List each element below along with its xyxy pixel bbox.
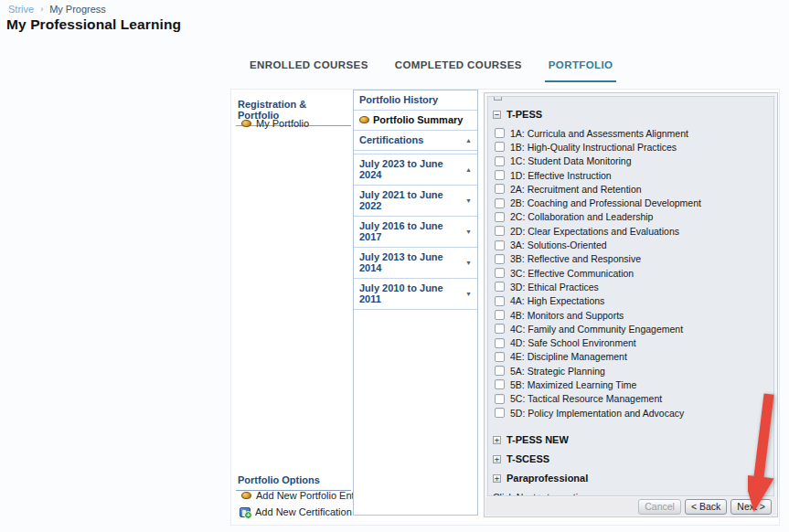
expand-plus-icon[interactable]: + xyxy=(493,455,501,463)
rubric-checkbox-row[interactable]: 5B: Maximized Learning Time xyxy=(493,378,770,391)
rubric-checkbox-row[interactable]: 2C: Collaboration and Leadership xyxy=(493,210,770,224)
rubric-item-label: 2C: Collaboration and Leadership xyxy=(510,211,653,222)
gold-gem-icon xyxy=(241,120,251,127)
checkbox-unchecked[interactable] xyxy=(495,212,505,222)
gold-gem-icon xyxy=(359,116,369,123)
rubric-checkbox-row[interactable]: 4A: High Expectations xyxy=(493,294,770,308)
tree-group-collapsed[interactable]: + T-SCESS xyxy=(493,453,770,464)
rubric-checkbox-row[interactable]: 4C: Family and Community Engagement xyxy=(493,322,770,335)
add-new-certification-item[interactable]: Add New Certification xyxy=(240,506,352,517)
group-label: T-SCESS xyxy=(506,453,549,464)
certification-period-row[interactable]: July 2021 to June 2022 ▼ xyxy=(354,185,477,217)
rubric-checkbox-row[interactable]: 5C: Tactical Resource Management xyxy=(493,392,770,406)
certifications-label: Certifications xyxy=(359,134,423,145)
checkbox-unchecked[interactable] xyxy=(495,254,505,264)
rubric-item-label: 1A: Curricula and Assessments Alignment xyxy=(510,128,688,139)
certification-period-row[interactable]: July 2010 to June 2011 ▼ xyxy=(354,278,477,310)
checkbox-unchecked[interactable] xyxy=(495,338,505,348)
checkbox-unchecked[interactable] xyxy=(495,156,505,166)
tab-enrolled-courses[interactable]: ENROLLED COURSES xyxy=(246,50,372,82)
checkbox-unchecked[interactable] xyxy=(495,184,505,194)
rubric-item-label: 4B: Monitors and Supports xyxy=(510,310,624,321)
expand-arrow-icon[interactable]: ▲ xyxy=(465,166,472,173)
rubric-item-label: 3A: Solutions-Oriented xyxy=(510,239,607,250)
rubric-checkbox-row[interactable]: 4E: Discipline Management xyxy=(493,350,770,364)
collapse-arrow-icon[interactable]: ▲ xyxy=(465,137,472,144)
rubric-checkbox-row[interactable]: 3B: Reflective and Responsive xyxy=(493,252,770,266)
rubric-checkbox-row[interactable]: 4B: Monitors and Supports xyxy=(493,308,770,322)
checkbox-unchecked[interactable] xyxy=(495,268,505,278)
add-new-portfolio-entry-item[interactable]: Add New Portfolio Entry xyxy=(241,490,363,501)
certification-period-row[interactable]: July 2016 to June 2017 ▼ xyxy=(354,216,477,248)
expand-arrow-icon[interactable]: ▼ xyxy=(465,229,472,235)
page-title: My Professional Learning xyxy=(6,16,181,33)
rubric-checkbox-row[interactable]: 5D: Policy Implementation and Advocacy xyxy=(493,406,770,420)
breadcrumb-home-link[interactable]: Strive xyxy=(8,4,34,15)
tree-group-tpess[interactable]: − T-PESS xyxy=(493,109,770,120)
checkbox-unchecked[interactable] xyxy=(495,198,505,208)
rubric-item-label: 4E: Discipline Management xyxy=(510,351,627,362)
checkbox-unchecked[interactable] xyxy=(495,142,505,152)
my-portfolio-label: My Portfolio xyxy=(256,118,309,129)
rubric-checkbox-row[interactable]: 5A: Strategic Planning xyxy=(493,364,770,378)
rubric-checkbox-row[interactable]: 3C: Effective Communication xyxy=(493,266,770,280)
certification-periods-list: July 2023 to June 2024 ▲ July 2021 to Ju… xyxy=(354,154,477,310)
checkbox-unchecked[interactable] xyxy=(495,324,505,334)
checkbox-unchecked[interactable] xyxy=(495,282,505,292)
rubric-item-label: 5C: Tactical Resource Management xyxy=(510,393,662,404)
period-label: July 2013 to June 2014 xyxy=(359,251,465,273)
checkbox-unchecked[interactable] xyxy=(495,310,505,320)
rubric-item-label: 1C: Student Data Monitoring xyxy=(510,155,632,166)
rubric-tree: − T-PESS 1A: Curricula and Assessments A… xyxy=(487,96,774,496)
checkbox-unchecked[interactable] xyxy=(495,226,505,236)
checkbox-unchecked[interactable] xyxy=(495,352,505,362)
tree-group-collapsed[interactable]: + Paraprofessional xyxy=(493,473,770,484)
cancel-button[interactable]: Cancel xyxy=(638,499,681,515)
checkbox-unchecked[interactable] xyxy=(495,394,505,404)
certification-period-row[interactable]: July 2013 to June 2014 ▼ xyxy=(354,247,477,279)
rubric-checkbox-row[interactable]: 3A: Solutions-Oriented xyxy=(493,238,770,251)
my-portfolio-item[interactable]: My Portfolio xyxy=(241,118,309,129)
rubric-item-label: 4C: Family and Community Engagement xyxy=(510,324,683,335)
checkbox-unchecked[interactable] xyxy=(495,128,505,138)
period-label: July 2010 to June 2011 xyxy=(359,282,465,304)
checkbox-unchecked[interactable] xyxy=(495,170,505,180)
tab-portfolio[interactable]: PORTFOLIO xyxy=(545,50,617,82)
tab-completed-courses[interactable]: COMPLETED COURSES xyxy=(391,50,526,82)
checkbox-unchecked[interactable] xyxy=(495,408,505,418)
rubric-item-label: 1B: High-Quality Instructional Practices xyxy=(510,142,677,153)
certification-period-row[interactable]: July 2023 to June 2024 ▲ xyxy=(354,154,477,186)
expand-plus-icon[interactable]: + xyxy=(493,436,501,444)
rubric-item-label: 4D: Safe School Environment xyxy=(510,337,636,348)
group-label: Paraprofessional xyxy=(506,473,588,484)
rubric-checkbox-row[interactable]: 1D: Effective Instruction xyxy=(493,168,770,182)
rubric-checkbox-row[interactable]: 1B: High-Quality Instructional Practices xyxy=(493,140,770,154)
checkbox-unchecked[interactable] xyxy=(495,379,505,389)
portfolio-summary-item[interactable]: Portfolio Summary xyxy=(354,111,477,131)
rubric-checkbox-row[interactable]: 3D: Ethical Practices xyxy=(493,280,770,293)
rubric-item-label: 2D: Clear Expectations and Evaluations xyxy=(510,226,679,237)
back-button[interactable]: < Back xyxy=(685,499,727,515)
rubric-checkbox-row[interactable]: 1C: Student Data Monitoring xyxy=(493,154,770,168)
checkbox-unchecked[interactable] xyxy=(495,366,505,376)
checkbox-unchecked[interactable] xyxy=(495,296,505,306)
tree-group-collapsed[interactable]: + T-PESS NEW xyxy=(493,434,770,445)
rubric-checkbox-row[interactable]: 2B: Coaching and Professional Developmen… xyxy=(493,196,770,209)
expand-arrow-icon[interactable]: ▼ xyxy=(465,291,472,297)
collapse-minus-icon[interactable]: − xyxy=(493,111,501,119)
expand-arrow-icon[interactable]: ▼ xyxy=(465,260,472,266)
expand-arrow-icon[interactable]: ▼ xyxy=(465,197,472,204)
rubric-checkbox-row[interactable]: 1A: Curricula and Assessments Alignment xyxy=(493,126,770,140)
rubric-checkbox-row[interactable]: 2D: Clear Expectations and Evaluations xyxy=(493,224,770,238)
rubric-checkbox-row[interactable]: 2A: Recruitment and Retention xyxy=(493,182,770,196)
rubric-item-label: 5A: Strategic Planning xyxy=(510,366,605,377)
certifications-header[interactable]: Certifications ▲ xyxy=(354,131,477,151)
next-button[interactable]: Next > xyxy=(730,499,772,515)
certificate-add-icon xyxy=(240,507,251,517)
rubric-checkbox-row[interactable]: 4D: Safe School Environment xyxy=(493,335,770,349)
expand-plus-icon[interactable]: + xyxy=(493,474,501,483)
checkbox-unchecked[interactable] xyxy=(495,240,505,250)
portfolio-summary-label: Portfolio Summary xyxy=(373,114,463,125)
wizard-footer: Cancel < Back Next > xyxy=(485,497,776,516)
rubric-item-label: 4A: High Expectations xyxy=(510,295,604,306)
